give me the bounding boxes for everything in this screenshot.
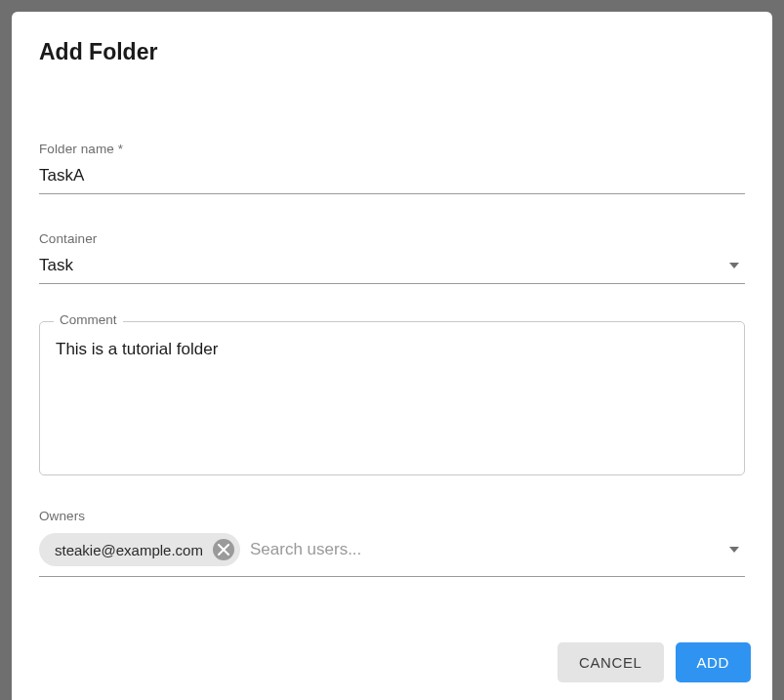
comment-textarea[interactable] — [56, 340, 728, 457]
owners-field: Owners steakie@example.com — [39, 509, 745, 577]
comment-field: Comment — [39, 321, 745, 475]
add-folder-dialog: Add Folder Folder name * Container Task … — [12, 12, 772, 700]
container-field: Container Task — [39, 231, 745, 284]
chevron-down-icon — [729, 263, 739, 268]
folder-name-label: Folder name * — [39, 142, 745, 156]
owners-select[interactable]: steakie@example.com — [39, 529, 745, 577]
close-icon — [218, 544, 229, 556]
container-label: Container — [39, 231, 745, 246]
folder-name-input[interactable] — [39, 162, 745, 194]
owner-chip-label: steakie@example.com — [55, 542, 203, 558]
container-select[interactable]: Task — [39, 252, 745, 284]
chevron-down-icon — [729, 547, 739, 553]
folder-name-field: Folder name * — [39, 142, 745, 194]
owner-chip: steakie@example.com — [39, 533, 240, 566]
container-value: Task — [39, 256, 729, 275]
dialog-actions: CANCEL ADD — [12, 629, 772, 700]
dialog-title: Add Folder — [39, 39, 745, 65]
owners-label: Owners — [39, 509, 745, 523]
cancel-button[interactable]: CANCEL — [557, 642, 663, 682]
comment-label: Comment — [54, 312, 123, 327]
add-button[interactable]: ADD — [676, 642, 751, 682]
remove-owner-button[interactable] — [213, 539, 234, 560]
owners-search-input[interactable] — [250, 540, 720, 559]
